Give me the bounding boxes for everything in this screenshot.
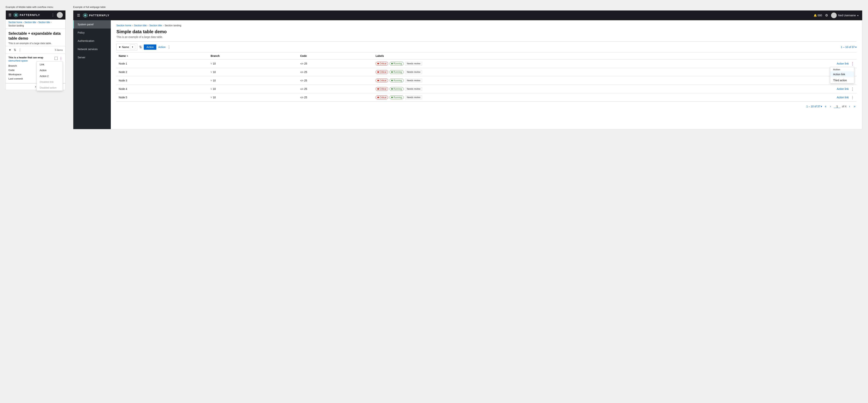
column-sort-button[interactable]: ⇅: [139, 45, 142, 49]
sort-icon[interactable]: ⇅: [14, 48, 16, 52]
dt-toolbar-left: ▼ Name ▾ ⇅ Action Action ⋮: [117, 44, 171, 51]
dropdown-item-action2[interactable]: Action 2: [37, 73, 63, 79]
notification-badge[interactable]: 🔔 000: [814, 14, 822, 17]
card-kebab-icon[interactable]: ⋮: [59, 56, 63, 61]
col-name-sort: Name ⇅: [119, 54, 206, 57]
badge-needs-review-4: Needs review: [405, 87, 422, 91]
field-label-lastcommit: Last commit: [8, 77, 23, 80]
action-link-1[interactable]: Action link: [837, 62, 849, 65]
mobile-header-right: ⋮: [51, 12, 63, 18]
badge-needs-review-1: Needs review: [405, 62, 422, 65]
bc-section2[interactable]: Section title: [38, 21, 50, 24]
field-label-workspace: Workspace: [8, 73, 21, 76]
row-checkbox[interactable]: [55, 57, 58, 60]
toolbar-kebab-icon[interactable]: ⋮: [19, 48, 21, 52]
code-icon-1: </>: [300, 62, 303, 65]
branch-icon-3: ⑂: [211, 79, 212, 82]
hamburger-icon[interactable]: ☰: [8, 13, 11, 17]
overflow-icon-4[interactable]: ⋮: [850, 87, 854, 91]
dropdown-item-link[interactable]: Link: [37, 61, 63, 67]
pf-logo: PATTERNFLY: [13, 12, 40, 18]
pagination-chevron-bottom: ▾: [821, 105, 822, 108]
app-pf-logo-text: PATTERNFLY: [89, 14, 110, 17]
badge-critical-3: Critical: [376, 79, 388, 82]
cell-code-5: </> 25: [298, 93, 373, 102]
page-bc-home[interactable]: Section home: [117, 24, 131, 27]
sidebar-item-server[interactable]: Server: [73, 53, 111, 61]
avatar[interactable]: [57, 12, 63, 18]
cell-actions-5: Action link ⋮: [711, 93, 857, 102]
name-sort-arrows[interactable]: ⇅: [127, 55, 128, 57]
cell-labels-5: Critical Running Needs review: [373, 93, 711, 102]
cell-code-2: </> 25: [298, 68, 373, 76]
table-head: Name ⇅ Branch Code Labels: [117, 53, 857, 59]
action-link-4[interactable]: Action link: [837, 87, 849, 90]
user-info[interactable]: Ned Username: [831, 12, 859, 18]
row-actions-5: Action link ⋮: [713, 95, 854, 99]
critical-dot-2: [377, 71, 379, 73]
gear-icon[interactable]: ⚙: [825, 13, 828, 18]
page-bc-section1[interactable]: Section title: [134, 24, 147, 27]
sidebar-item-network-services[interactable]: Network services: [73, 45, 111, 53]
sidebar-item-policy[interactable]: Policy: [73, 29, 111, 37]
next-page-button[interactable]: ›: [848, 104, 851, 109]
badge-running-3: Running: [390, 79, 404, 82]
primary-action-button[interactable]: Action: [144, 45, 156, 50]
bc-current: Section landing: [8, 24, 24, 27]
overflow-icon-1[interactable]: ⋮: [850, 61, 854, 66]
mobile-toolbar: ▼ ⇅ ⋮ 5 items: [6, 46, 65, 54]
page-bc-section2[interactable]: Section title: [149, 24, 162, 27]
overflow-menu-item-action-link[interactable]: Action link: [830, 71, 854, 77]
cell-name-4: Node 4: [117, 85, 208, 93]
page-breadcrumb: Section home › Section title › Section t…: [117, 24, 857, 27]
mobile-toolbar-left: ▼ ⇅ ⋮: [8, 48, 21, 52]
sidebar: System panel Policy Authentication Netwo…: [73, 20, 111, 129]
action-link-5[interactable]: Action link: [837, 96, 849, 99]
badge-needs-review-3: Needs review: [405, 79, 422, 82]
filter-icon[interactable]: ▼: [8, 49, 11, 52]
table-header-row: Name ⇅ Branch Code Labels: [117, 53, 857, 59]
branch-icon-2: ⑂: [211, 70, 212, 74]
sidebar-item-system-panel[interactable]: System panel: [73, 20, 111, 29]
pagination-count-btn-bottom[interactable]: 1 – 10 of 37 ▾: [806, 105, 822, 108]
code-icon-3: </>: [300, 79, 303, 82]
table-row: Node 3 ⑂ 10 </> 25 Critical: [117, 76, 857, 85]
badge-critical-5: Critical: [376, 95, 388, 99]
cell-name-1: Node 1: [117, 59, 208, 68]
badge-critical-1: Critical: [376, 62, 388, 65]
filter-button[interactable]: ▼ Name ▾: [117, 44, 137, 51]
app-header: ☰ PATTERNFLY 🔔 000 ⚙: [73, 10, 862, 20]
bc-home[interactable]: Section home: [8, 21, 22, 24]
overflow-menu-item-third-action[interactable]: Third action: [830, 77, 854, 83]
mobile-page-title: Selectable + expandable data table demo: [8, 31, 63, 41]
mobile-header: ☰ PATTERNFLY ⋮: [6, 10, 65, 20]
toolbar-overflow-button[interactable]: ⋮: [167, 45, 171, 49]
cell-name-5: Node 5: [117, 93, 208, 102]
right-panel-label: Example of full webpage table: [73, 6, 862, 8]
critical-dot-1: [377, 63, 379, 64]
card-header-text: This is a header that can wrap: [8, 56, 43, 59]
last-page-button[interactable]: »: [852, 104, 857, 109]
cell-name-3: Node 3: [117, 76, 208, 85]
prev-page-button[interactable]: ‹: [829, 104, 832, 109]
branch-icon-4: ⑂: [211, 87, 212, 90]
col-name: Name ⇅: [117, 53, 208, 59]
app-pf-logo: PATTERNFLY: [83, 13, 110, 18]
user-avatar: [831, 12, 837, 18]
mobile-overflow-icon[interactable]: ⋮: [51, 13, 55, 17]
overflow-icon-5[interactable]: ⋮: [850, 95, 854, 99]
page-number-input[interactable]: [834, 105, 840, 108]
mobile-breadcrumb-bar: Section home › Section title › Section t…: [6, 20, 65, 29]
sidebar-item-authentication[interactable]: Authentication: [73, 37, 111, 45]
cell-actions-1: Action link ⋮ Action Action link Third a…: [711, 59, 857, 68]
bc-section1[interactable]: Section title: [24, 21, 36, 24]
pagination-count-button[interactable]: 1 – 10 of 37 ▾: [841, 46, 857, 49]
running-dot-5: [391, 97, 393, 98]
pagination-summary-bottom: 1 – 10 of 37: [806, 105, 820, 108]
first-page-button[interactable]: «: [824, 104, 828, 109]
dropdown-item-disabled-action: Disabled action: [37, 85, 63, 91]
secondary-action-button[interactable]: Action: [158, 46, 165, 49]
dropdown-item-action[interactable]: Action: [37, 67, 63, 73]
cell-branch-5: ⑂ 10: [208, 93, 298, 102]
app-hamburger-icon[interactable]: ☰: [77, 13, 80, 18]
